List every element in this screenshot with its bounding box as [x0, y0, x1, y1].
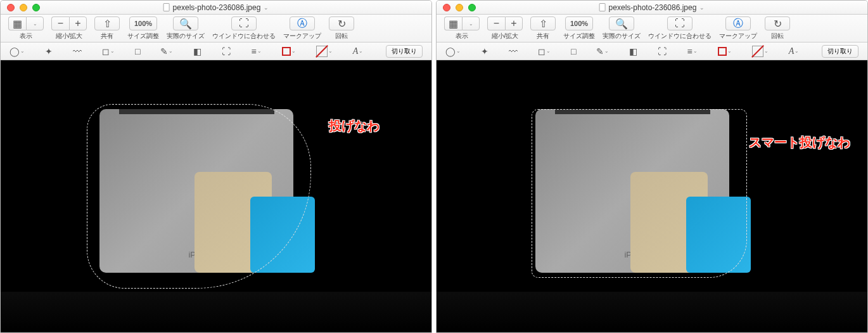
fill-swatch-icon: [316, 46, 328, 57]
rotate-group: ↻ 回転: [329, 16, 354, 41]
markup-button[interactable]: Ⓐ: [290, 16, 315, 30]
chevron-down-icon: ⌄: [257, 48, 262, 54]
titlebar[interactable]: pexels-photo-236086.jpeg ⌄: [1, 1, 431, 15]
share-button[interactable]: ⇧: [94, 16, 120, 30]
fill-swatch-icon: [752, 46, 763, 57]
actualsize-label: 実際のサイズ: [167, 32, 205, 41]
crop-button[interactable]: 切り取り: [822, 45, 858, 58]
sign-tool[interactable]: ✎⌄: [160, 46, 173, 56]
chevron-down-icon: ⌄: [20, 48, 25, 54]
zoom-level-button[interactable]: 100%: [129, 16, 157, 30]
crop-tool[interactable]: ⛶: [658, 46, 667, 56]
maximize-icon[interactable]: [468, 4, 476, 11]
sketch-tool[interactable]: 〰: [73, 46, 82, 56]
text-tool[interactable]: □: [571, 46, 576, 56]
zoom-in-button[interactable]: +: [505, 16, 523, 30]
maximize-icon[interactable]: [32, 4, 40, 11]
zoom-out-button[interactable]: −: [51, 16, 69, 30]
image-canvas[interactable]: 投げなわ: [1, 60, 431, 332]
share-label: 共有: [537, 32, 549, 41]
sign-tool[interactable]: ✎⌄: [596, 46, 609, 56]
line-style[interactable]: ≡⌄: [687, 46, 697, 56]
shapes-icon: ◻: [102, 46, 110, 56]
view-dropdown-button[interactable]: ⌄: [462, 16, 480, 30]
actual-size-button[interactable]: 🔍: [173, 16, 198, 30]
line-style[interactable]: ≡⌄: [251, 46, 261, 56]
resize-label: サイズ調整: [127, 32, 159, 41]
text-tool[interactable]: □: [135, 46, 140, 56]
adjust-tool[interactable]: ◧: [193, 46, 201, 56]
fill-color[interactable]: ⌄: [752, 46, 769, 57]
close-icon[interactable]: [7, 4, 15, 11]
adjust-icon: ◧: [193, 46, 201, 56]
zoom-out-button[interactable]: −: [487, 16, 505, 30]
image-canvas[interactable]: スマート投げなわ: [437, 60, 867, 332]
crop-button[interactable]: 切り取り: [386, 45, 423, 58]
photo-content: 投げなわ: [1, 60, 431, 332]
titlebar[interactable]: pexels-photo-236086.jpeg ⌄: [437, 1, 867, 15]
fit-window-button[interactable]: ⛶: [231, 16, 257, 30]
view-grid-button[interactable]: ▦: [444, 16, 462, 30]
smart-lasso-selection[interactable]: [532, 109, 747, 278]
zoomlevel-group: 100% サイズ調整: [127, 16, 159, 41]
chevron-down-icon[interactable]: ⌄: [264, 4, 269, 11]
lasso-tool[interactable]: ◯⌄: [10, 46, 25, 56]
adjust-icon: ◧: [629, 46, 637, 56]
sketch-tool[interactable]: 〰: [509, 46, 518, 56]
zoom-in-button[interactable]: +: [69, 16, 87, 30]
pencil-icon: 〰: [73, 46, 82, 56]
zoom-level-button[interactable]: 100%: [565, 16, 593, 30]
close-icon[interactable]: [443, 4, 450, 11]
main-toolbar: ▦⌄ 表示 −+ 縮小/拡大 ⇧ 共有 100% サイズ調整 🔍 実際のサイズ …: [1, 15, 431, 42]
view-group: ▦⌄ 表示: [8, 16, 44, 41]
adjust-tool[interactable]: ◧: [629, 46, 637, 56]
border-color[interactable]: ⌄: [282, 47, 296, 56]
photo-content: スマート投げなわ: [437, 60, 867, 332]
share-button[interactable]: ⇧: [530, 16, 556, 30]
reflection: [437, 292, 867, 332]
fit-label: ウインドウに合わせる: [648, 32, 712, 41]
shapes-icon: ◻: [538, 46, 546, 56]
border-color[interactable]: ⌄: [718, 47, 732, 56]
share-label: 共有: [101, 32, 113, 41]
rotate-button[interactable]: ↻: [329, 16, 354, 30]
minimize-icon[interactable]: [456, 4, 463, 11]
markup-toolbar: ◯⌄ ✦ 〰 ◻⌄ □ ✎⌄ ◧ ⛶ ≡⌄ ⌄ ⌄ A⌄ 切り取り: [437, 42, 867, 60]
signature-icon: ✎: [596, 46, 604, 56]
fit-window-button[interactable]: ⛶: [667, 16, 692, 30]
wand-icon: ✦: [481, 46, 488, 56]
lasso-tool[interactable]: ◯⌄: [445, 46, 461, 56]
minimize-icon[interactable]: [20, 4, 27, 11]
main-toolbar: ▦⌄表示 −+縮小/拡大 ⇧共有 100%サイズ調整 🔍実際のサイズ ⛶ウインド…: [437, 15, 867, 42]
zoom-label: 縮小/拡大: [492, 32, 519, 41]
text-icon: □: [135, 46, 140, 56]
actual-size-button[interactable]: 🔍: [609, 16, 634, 30]
markup-button[interactable]: Ⓐ: [725, 16, 751, 30]
pencil-icon: 〰: [509, 46, 518, 56]
text-style[interactable]: A⌄: [353, 46, 364, 56]
shapes-tool[interactable]: ◻⌄: [538, 46, 551, 56]
fit-group: ⛶ ウインドウに合わせる: [212, 16, 276, 41]
window-title: pexels-photo-236086.jpeg: [173, 3, 261, 12]
window-title: pexels-photo-236086.jpeg: [609, 3, 697, 12]
traffic-lights: [1, 4, 40, 11]
lines-icon: ≡: [251, 46, 256, 56]
chevron-down-icon[interactable]: ⌄: [699, 4, 705, 11]
text-style[interactable]: A⌄: [789, 46, 800, 56]
preview-window-right: pexels-photo-236086.jpeg ⌄ ▦⌄表示 −+縮小/拡大 …: [436, 0, 868, 333]
view-grid-button[interactable]: ▦: [8, 16, 26, 30]
shapes-tool[interactable]: ◻⌄: [102, 46, 115, 56]
markup-label: マークアップ: [719, 32, 757, 41]
lines-icon: ≡: [687, 46, 692, 56]
border-swatch-icon: [282, 47, 291, 56]
actualsize-label: 実際のサイズ: [603, 32, 641, 41]
instant-alpha-tool[interactable]: ✦: [481, 46, 488, 56]
markup-label: マークアップ: [283, 32, 321, 41]
rotate-button[interactable]: ↻: [765, 16, 790, 30]
reflection: [1, 292, 431, 332]
lasso-icon: ◯: [445, 46, 456, 56]
view-dropdown-button[interactable]: ⌄: [26, 16, 44, 30]
fill-color[interactable]: ⌄: [316, 46, 333, 57]
crop-tool[interactable]: ⛶: [222, 46, 231, 56]
instant-alpha-tool[interactable]: ✦: [45, 46, 53, 56]
